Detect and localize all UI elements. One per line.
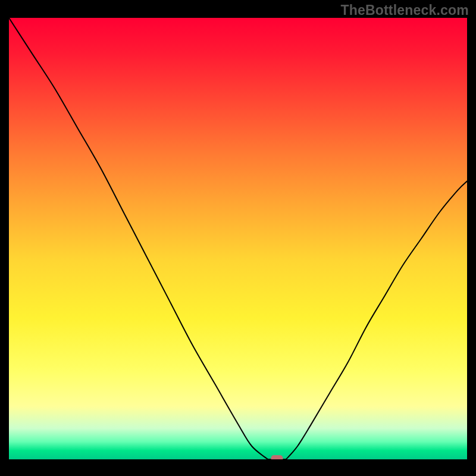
watermark-text: TheBottleneck.com (340, 2, 469, 18)
chart-frame: TheBottleneck.com (0, 0, 476, 476)
minimum-marker (271, 455, 283, 459)
curve-left-branch (9, 18, 268, 459)
curve-right-branch (286, 181, 467, 459)
chart-svg (9, 18, 467, 459)
plot-area (9, 18, 467, 459)
